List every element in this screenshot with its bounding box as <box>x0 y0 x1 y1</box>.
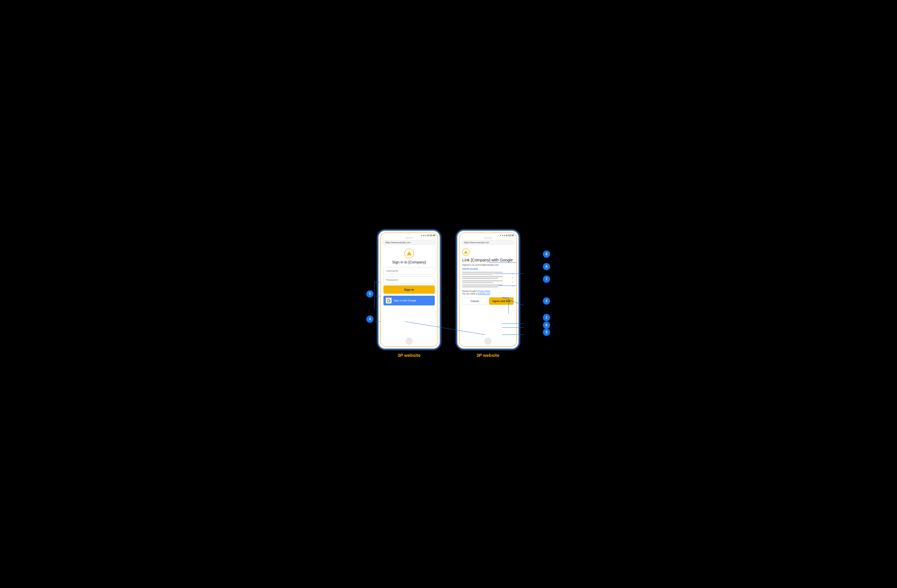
annotation-bubble-3: 3 <box>543 328 550 336</box>
username-input[interactable] <box>383 267 435 274</box>
left-logo-triangle <box>407 251 412 255</box>
divider <box>462 289 514 289</box>
perm-lines-1 <box>462 272 510 275</box>
perm-line-1a <box>462 272 503 273</box>
right-battery-icon: ▮ <box>506 234 508 237</box>
password-input[interactable] <box>383 276 435 283</box>
right-speaker-bar <box>459 237 516 239</box>
signin-button[interactable]: Sign In <box>383 286 435 294</box>
left-logo-circle <box>404 249 414 258</box>
right-phone-inner: ▾ ▲▲ ▮ 12:30 https://www.example.com <box>459 232 517 347</box>
right-logo-triangle <box>464 250 468 254</box>
chevron-2[interactable]: ⌄ <box>511 276 514 279</box>
left-company-logo <box>383 249 435 258</box>
wifi-icon: ▾ <box>421 234 422 237</box>
left-home-button-wrap <box>381 336 438 347</box>
right-signal-icon: ▲▲ <box>502 234 506 237</box>
left-signin-title: Sign in to [Company] <box>383 260 435 264</box>
left-phone-inner: ▾ ▲▲ ▮ 12:30 https://www.example.com <box>380 232 438 347</box>
left-status-bar: ▾ ▲▲ ▮ 12:30 <box>381 233 438 237</box>
chevron-1[interactable]: ⌄ <box>511 272 514 275</box>
right-status-time: 12:30 <box>508 234 514 237</box>
change-account-link[interactable]: change account <box>462 267 478 270</box>
action-buttons: Cancel Agree and link <box>462 297 514 305</box>
annotation-bubble-8: 8 <box>543 250 550 258</box>
annotation-bubble-7: 7 <box>543 275 550 283</box>
permission-row-1: ⌄ <box>462 272 514 275</box>
chevron-4[interactable]: ⌄ <box>511 284 514 287</box>
left-speaker <box>405 237 413 238</box>
left-url-bar-wrap: https://www.example.com <box>381 239 438 246</box>
left-phone-section: ▾ ▲▲ ▮ 12:30 https://www.example.com <box>378 230 441 358</box>
privacy-text: Review Google's Privacy Policy <box>462 290 514 292</box>
perm-line-3b <box>462 282 493 283</box>
unlink-link[interactable]: example.com <box>478 293 490 295</box>
chevron-3[interactable]: ⌄ <box>511 280 514 283</box>
privacy-policy-link[interactable]: Privacy Policy <box>478 290 490 292</box>
perm-lines-2 <box>462 276 510 279</box>
right-phone-section: ▾ ▲▲ ▮ 12:30 https://www.example.com <box>456 230 519 358</box>
google-signin-button[interactable]: Sign in with Google <box>383 296 435 305</box>
left-status-time: 12:30 <box>430 234 435 237</box>
battery-icon: ▮ <box>427 234 429 237</box>
perm-line-3a <box>462 280 503 281</box>
right-wifi-icon: ▾ <box>500 234 501 237</box>
right-phone-label: 3P website <box>476 353 499 358</box>
right-home-button <box>484 338 491 345</box>
left-speaker-bar <box>381 237 438 239</box>
left-status-icons: ▾ ▲▲ ▮ <box>421 234 429 237</box>
permission-row-3: ⌄ <box>462 280 514 283</box>
right-phone: ▾ ▲▲ ▮ 12:30 https://www.example.com <box>456 230 519 349</box>
left-phone-label: 3P website <box>398 353 420 358</box>
perm-line-4b <box>462 286 498 287</box>
annotation-bubble-4: 4 <box>366 316 373 323</box>
perm-lines-4 <box>462 284 510 287</box>
left-phone-content: Sign in to [Company] Sign In <box>381 246 438 336</box>
perm-line-4a <box>462 284 503 286</box>
annotation-bubble-6: 6 <box>543 322 550 329</box>
right-speaker <box>484 237 492 238</box>
right-logo-circle <box>462 249 470 256</box>
unlink-text: You can unlink at example.com <box>462 293 514 295</box>
right-url-bar-wrap: https://www.example.com <box>459 239 516 246</box>
perm-line-1b <box>462 273 493 275</box>
annotation-bubble-5: 5 <box>366 290 373 298</box>
right-company-logo <box>462 249 514 256</box>
google-signin-label: Sign in with Google <box>393 299 416 302</box>
left-phone: ▾ ▲▲ ▮ 12:30 https://www.example.com <box>378 230 441 349</box>
google-icon-wrap <box>386 298 392 303</box>
signal-icon: ▲▲ <box>423 234 427 237</box>
perm-line-2a <box>462 276 503 277</box>
right-phone-content: Link [Company] with Google Signed in as … <box>459 246 516 336</box>
google-g-icon <box>387 299 390 302</box>
annotation-bubble-2: 2 <box>543 297 550 305</box>
agree-and-link-button[interactable]: Agree and link <box>489 297 514 305</box>
perm-line-2b <box>462 278 498 279</box>
right-home-button-wrap <box>459 336 516 347</box>
perm-lines-3 <box>462 280 510 283</box>
diagram-container: ▾ ▲▲ ▮ 12:30 https://www.example.com <box>336 221 561 368</box>
right-url-bar[interactable]: https://www.example.com <box>461 240 514 245</box>
right-signed-in-text: Signed in as user123@example.com <box>462 264 514 266</box>
permission-row-4: ⌄ <box>462 284 514 287</box>
permission-row-2: ⌄ <box>462 276 514 279</box>
annotation-bubble-A: A <box>543 263 550 270</box>
cancel-button[interactable]: Cancel <box>462 297 487 305</box>
right-status-bar: ▾ ▲▲ ▮ 12:30 <box>459 233 516 237</box>
right-status-icons: ▾ ▲▲ ▮ <box>500 234 508 237</box>
left-url-bar[interactable]: https://www.example.com <box>383 240 436 245</box>
right-link-title: Link [Company] with Google <box>462 258 514 263</box>
annotation-bubble-1: 1 <box>543 314 550 321</box>
left-home-button <box>406 338 413 345</box>
